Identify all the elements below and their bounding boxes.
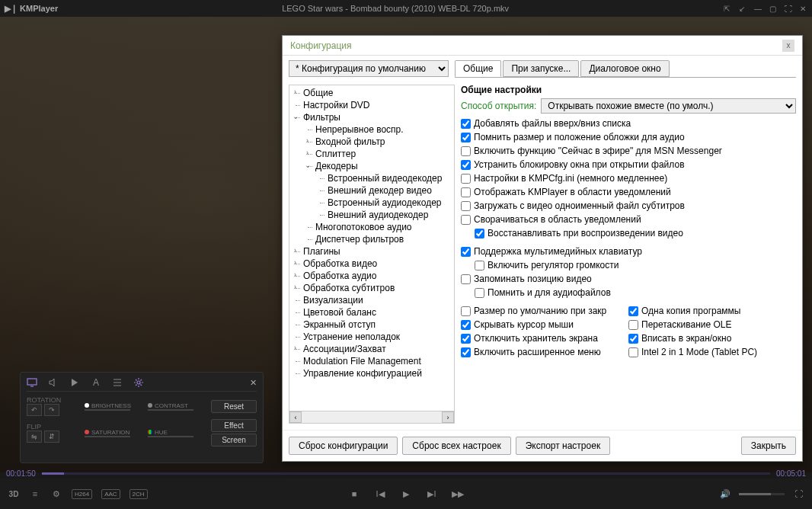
tree-hscroll[interactable]: ‹ › [289, 411, 454, 423]
maximize-icon[interactable]: ⛶ [785, 5, 792, 12]
tree-item[interactable]: Встроенный видеодекодер [328, 173, 442, 184]
tree-toggle-icon[interactable]: › [291, 258, 299, 267]
scroll-left-icon[interactable]: ‹ [289, 411, 302, 423]
dialog-close-button[interactable]: x [782, 40, 794, 52]
tree-toggle-icon[interactable]: › [291, 88, 299, 96]
reset-all-button[interactable]: Сброс всех настроек [402, 437, 510, 455]
chk-tray[interactable] [461, 187, 471, 197]
hue-slider[interactable] [148, 436, 193, 437]
tree-item[interactable]: Обработка аудио [303, 271, 376, 281]
settings-tree[interactable]: ›Общие Настройки DVD ⌄Фильтры Непрерывно… [289, 85, 455, 424]
chk-minimize-tray[interactable] [461, 215, 471, 225]
chk-ole-drag[interactable] [628, 320, 638, 330]
tree-toggle-icon[interactable]: › [303, 149, 312, 157]
tree-toggle-icon[interactable]: ⌄ [303, 161, 312, 169]
tree-item[interactable]: Цветовой баланс [303, 307, 376, 318]
chk-fit-window[interactable] [628, 334, 638, 344]
tree-toggle-icon[interactable]: ⌄ [291, 112, 299, 120]
chk-restore-play[interactable] [475, 229, 484, 238]
tree-toggle-icon[interactable]: › [303, 136, 312, 145]
compact-icon[interactable]: ↙ [739, 5, 746, 12]
tree-item[interactable]: Ассоциации/Захват [303, 344, 386, 354]
settings-icon[interactable]: ⚙ [50, 488, 62, 500]
prev-button[interactable]: I◀ [374, 488, 386, 500]
play-tab-icon[interactable] [69, 377, 80, 388]
stop-button[interactable]: ■ [348, 488, 360, 500]
tree-item[interactable]: Устранение неполадок [303, 331, 400, 342]
pin-icon[interactable]: ⇱ [724, 5, 731, 12]
gear-tab-icon[interactable] [133, 377, 144, 388]
fullscreen-icon[interactable]: ⛶ [792, 488, 804, 500]
export-button[interactable]: Экспорт настроек [516, 437, 611, 455]
tree-toggle-icon[interactable]: › [291, 246, 299, 254]
tree-item[interactable]: Экранный отступ [303, 319, 376, 330]
tree-toggle-icon[interactable]: › [291, 271, 299, 279]
seek-bar[interactable]: 00:01:50 00:05:01 [0, 468, 812, 479]
tree-item[interactable]: Настройки DVD [303, 100, 370, 110]
playlist-icon[interactable]: ≡ [29, 488, 41, 500]
tree-item[interactable]: Встроенный аудиодекодер [328, 197, 442, 208]
saturation-slider[interactable] [85, 436, 130, 437]
flip-h-button[interactable]: ⇋ [27, 431, 42, 443]
chk-extended-menu[interactable] [461, 347, 471, 357]
chk-remember-audio[interactable] [475, 288, 484, 298]
open-method-select[interactable]: Открывать похожие вместе (по умолч.) [541, 98, 796, 114]
tab-general[interactable]: Общие [455, 60, 501, 77]
tree-item[interactable]: Диспетчер фильтров [315, 234, 404, 245]
tree-item[interactable]: Общие [303, 88, 333, 98]
chk-media-keys[interactable] [461, 247, 471, 257]
volume-tab-icon[interactable] [48, 377, 59, 388]
reset-config-button[interactable]: Сброс конфигурации [289, 437, 398, 455]
config-profile-select[interactable]: * Конфигурация по умолчанию [289, 60, 449, 77]
tree-item[interactable]: Modulation File Management [303, 356, 421, 367]
tree-item[interactable]: Визуализации [303, 295, 363, 306]
tree-toggle-icon[interactable]: › [291, 283, 299, 291]
tree-item[interactable]: Сплиттер [315, 149, 356, 159]
tree-item[interactable]: Обработка субтитров [303, 283, 395, 293]
chk-msn[interactable] [461, 146, 471, 156]
chk-load-subs[interactable] [461, 201, 471, 211]
screen-button[interactable]: Screen [211, 434, 257, 447]
restore-icon[interactable]: ▢ [769, 5, 777, 12]
eq-close-icon[interactable]: ✕ [250, 378, 257, 388]
chk-remember-cover[interactable] [461, 133, 471, 142]
tree-item[interactable]: Внешний декодер видео [328, 185, 432, 196]
tab-dialog[interactable]: Диалоговое окно [580, 60, 669, 77]
close-icon[interactable]: ✕ [800, 5, 807, 12]
mute-icon[interactable]: 🔊 [719, 488, 731, 500]
chk-intel-2in1[interactable] [628, 347, 638, 357]
chk-remember-pos[interactable] [461, 274, 471, 284]
tree-toggle-icon[interactable]: › [291, 344, 299, 352]
tree-item[interactable]: Внешний аудиодекодер [328, 210, 428, 220]
close-button[interactable]: Закрыть [741, 437, 796, 455]
reset-button[interactable]: Reset [211, 400, 257, 413]
play-button[interactable]: ▶ [400, 488, 412, 500]
effect-button[interactable]: Effect [211, 419, 257, 432]
list-tab-icon[interactable] [112, 377, 123, 388]
seek-track[interactable] [42, 472, 770, 475]
tree-item[interactable]: Управление конфигурацией [303, 368, 422, 379]
volume-slider[interactable] [739, 493, 785, 495]
rotate-ccw-button[interactable]: ↶ [27, 404, 42, 416]
chk-kmpcfg[interactable] [461, 174, 471, 184]
tree-item[interactable]: Непрерывное воспр. [315, 124, 404, 135]
tree-item[interactable]: Плагины [303, 246, 340, 257]
brightness-slider[interactable] [85, 409, 130, 411]
step-button[interactable]: ▶▶ [452, 488, 464, 500]
rotate-cw-button[interactable]: ↷ [44, 404, 59, 416]
scroll-right-icon[interactable]: › [442, 411, 454, 423]
tree-item[interactable]: Обработка видео [303, 258, 377, 269]
3d-icon[interactable]: 3D [8, 488, 20, 500]
font-tab-icon[interactable]: A [91, 377, 101, 388]
next-button[interactable]: ▶I [426, 488, 438, 500]
tree-item[interactable]: Декодеры [315, 161, 358, 171]
chk-disable-saver[interactable] [461, 334, 471, 344]
chk-single-instance[interactable] [628, 306, 638, 316]
contrast-slider[interactable] [148, 409, 193, 411]
flip-v-button[interactable]: ⇵ [44, 431, 59, 443]
chk-hide-cursor[interactable] [461, 320, 471, 330]
chk-default-size[interactable] [461, 306, 471, 316]
tab-startup[interactable]: При запуске... [503, 60, 579, 77]
chk-unblock[interactable] [461, 160, 471, 170]
chk-add-files[interactable] [461, 119, 471, 129]
